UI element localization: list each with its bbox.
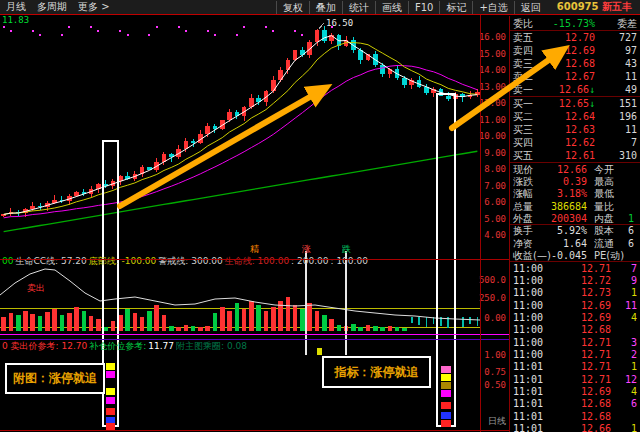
tick-row-13[interactable]: 11:0112.661 [510,422,640,432]
toolbar-button-3[interactable]: 画线 [375,1,408,14]
info-value: -0.045 [543,250,587,261]
tick-time: 11:00 [513,312,543,323]
tick-volume: 4 [611,312,637,323]
tick-row-4[interactable]: 11:0012.694 [510,311,640,323]
tick-row-11[interactable]: 11:0112.686 [510,398,640,410]
ask-price: 12.66↓ [543,84,595,95]
toolbar-period-0[interactable]: 月线 [6,0,26,14]
info-label: 外盘 [513,213,543,224]
tick-row-1[interactable]: 11:0012.729 [510,274,640,286]
indicator-bar [96,319,101,331]
ask-price: 12.67 [543,71,595,82]
axis-label: 4.00 [484,231,506,240]
info-row-7: 收益(—)-0.045PE(动) [510,250,640,262]
stock-app-window: 月线多周期更多 > 复权叠加统计画线F10标记+自选返回 600975 新五丰 … [0,0,640,432]
toolbar-button-5[interactable]: 标记 [439,1,472,14]
tick-time: 11:00 [513,287,543,298]
axis-label: 500.0 [479,276,506,285]
candle-body [322,30,327,41]
indicator-param: 警戒线: 300.00 [158,256,222,266]
info-row-5: 换手5.92%股本6 [510,225,640,237]
tick-row-9[interactable]: 11:0112.7112 [510,373,640,385]
indicator2-header: 00生命CC线: 57.20底部线: -100.00警戒线: 300.00生命线… [2,256,370,266]
toolbar-button-0[interactable]: 复权 [276,1,309,14]
bid-row-买一[interactable]: 买一12.65↓151 [510,97,640,110]
peak-price-label: 16.50 [326,18,353,28]
toolbar-right-group: 复权叠加统计画线F10标记+自选返回 [276,1,547,14]
tick-row-3[interactable]: 11:0012.6911 [510,299,640,311]
indicator-bar [358,327,363,331]
tick-volume: 3 [611,337,637,348]
period-tab[interactable]: 日线 [488,417,506,426]
indicator-bar [256,305,261,331]
bid-row-买三[interactable]: 买三12.6311 [510,123,640,136]
info-label-2: 股本 [587,225,628,236]
tick-row-8[interactable]: 11:0112.711 [510,361,640,373]
ask-row-卖四[interactable]: 卖四12.6997 [510,44,640,57]
info-row-1: 涨跌0.39最高 [510,175,640,187]
tick-row-2[interactable]: 11:0012.731 [510,287,640,299]
axis-label: 5.00 [484,215,506,224]
tick-price: 12.71 [543,263,611,274]
bid-label: 买四 [513,137,543,148]
price-axis: 16.0015.0014.0013.0012.0011.0010.009.008… [481,15,509,432]
info-label: 涨幅 [513,188,543,199]
bid-volume: 151 [595,98,637,109]
indicator-bar [169,326,174,331]
bid-row-买四[interactable]: 买四12.627 [510,136,640,149]
axis-label: 11.00 [479,116,506,125]
indicator-bar [67,313,72,331]
tick-row-5[interactable]: 11:0012.68 [510,324,640,336]
indicator-bar [103,327,108,331]
axis-label: 7.00 [484,182,506,191]
toolbar-button-6[interactable]: +自选 [472,1,513,14]
tick-row-7[interactable]: 11:0012.712 [510,348,640,360]
ask-row-卖三[interactable]: 卖三12.6843 [510,57,640,70]
toolbar-period-2[interactable]: 更多 > [78,0,110,14]
indicator-param: 生命线: 100.00 [225,256,289,266]
signal-block [106,371,115,378]
indicator-bar [9,313,14,331]
stock-code: 600975 [557,1,599,12]
tick-price: 12.69 [543,386,611,397]
indicator-bar [82,311,87,331]
tick-volume: 2 [611,349,637,360]
ma-line [4,151,478,231]
indicator-bar [293,305,298,331]
quote-panel: 委比 -15.73% 委差 卖五12.70727卖四12.6997卖三12.68… [509,16,640,432]
indicator-bar [235,303,240,331]
indicator-bar [111,321,116,331]
toolbar-button-4[interactable]: F10 [408,1,439,14]
bid-row-买五[interactable]: 买五12.61310 [510,149,640,162]
toolbar-button-2[interactable]: 统计 [342,1,375,14]
indicator-param: 00 [2,256,13,266]
bid-price: 12.62 [543,137,595,148]
mini-label: 跌 [342,244,351,254]
ask-volume: 11 [595,71,637,82]
ask-row-卖二[interactable]: 卖二12.6711 [510,70,640,83]
info-label: 总量 [513,201,543,212]
info-label-2: 今开 [587,164,628,175]
tick-row-6[interactable]: 11:0012.713 [510,336,640,348]
indicator-bar [38,316,43,331]
ask-row-卖一[interactable]: 卖一12.66↓49 [510,83,640,96]
axis-label: 10.00 [479,132,506,141]
tick-row-10[interactable]: 11:0112.694 [510,385,640,397]
toolbar-button-7[interactable]: 返回 [514,1,547,14]
toolbar-period-1[interactable]: 多周期 [37,0,67,14]
ask-row-卖五[interactable]: 卖五12.70727 [510,31,640,44]
indicator-tick [411,317,413,323]
info-label: 现价 [513,164,543,175]
indicator-bar [388,326,393,331]
indicator-bar [395,327,400,331]
info-row-6: 净资1.64流通6 [510,237,640,249]
indicator-bar [154,305,159,331]
tick-row-0[interactable]: 11:0012.717 [510,262,640,274]
ask-label: 卖三 [513,58,543,69]
indicator-bar [125,309,130,331]
tick-row-12[interactable]: 11:0112.68 [510,410,640,422]
indicator-param: : 100.00 [331,256,368,266]
bid-row-买二[interactable]: 买二12.64196 [510,110,640,123]
toolbar-button-1[interactable]: 叠加 [309,1,342,14]
indicator-bar [191,326,196,331]
